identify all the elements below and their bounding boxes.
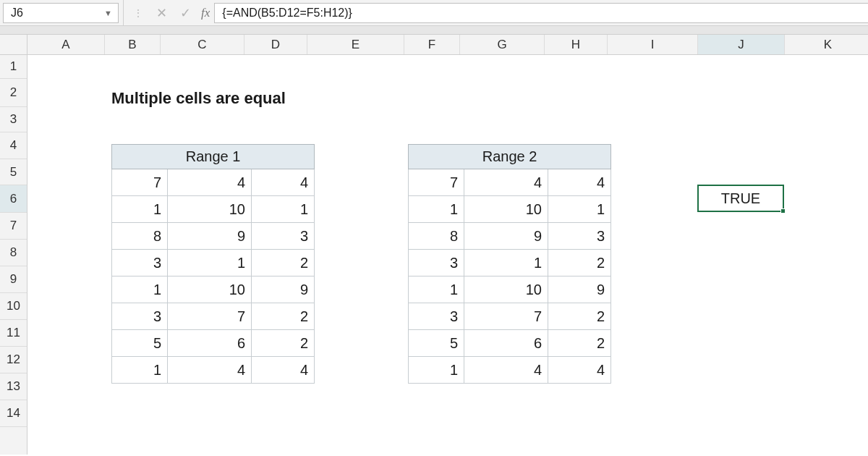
table-row: 744 bbox=[112, 169, 315, 196]
range2-cell[interactable]: 10 bbox=[464, 196, 548, 223]
range1-table: Range 1 74411018933121109372562144 bbox=[111, 144, 315, 384]
fx-icon[interactable]: fx bbox=[197, 6, 214, 20]
range1-cell[interactable]: 3 bbox=[112, 250, 168, 276]
page-title: Multiple cells are equal bbox=[111, 89, 286, 108]
range2-cell[interactable]: 1 bbox=[548, 196, 611, 223]
table-row: 1101 bbox=[112, 196, 315, 223]
range1-cell[interactable]: 6 bbox=[168, 330, 252, 357]
range2-cell[interactable]: 1 bbox=[409, 276, 464, 303]
range2-cell[interactable]: 7 bbox=[409, 169, 464, 196]
range2-cell[interactable]: 4 bbox=[464, 169, 548, 196]
range2-cell[interactable]: 7 bbox=[464, 303, 548, 330]
range1-cell[interactable]: 10 bbox=[168, 276, 252, 303]
range2-cell[interactable]: 4 bbox=[464, 357, 548, 384]
row-header-4[interactable]: 4 bbox=[0, 132, 27, 159]
content-overlay: Multiple cells are equal Range 1 7441101… bbox=[27, 55, 868, 455]
column-header-A[interactable]: A bbox=[27, 35, 105, 54]
column-header-D[interactable]: D bbox=[244, 35, 307, 54]
range1-cell[interactable]: 7 bbox=[168, 303, 252, 330]
range2-cell[interactable]: 2 bbox=[548, 330, 611, 357]
row-header-8[interactable]: 8 bbox=[0, 240, 27, 266]
column-header-K[interactable]: K bbox=[785, 35, 868, 54]
column-header-I[interactable]: I bbox=[608, 35, 698, 54]
table-row: 1101 bbox=[409, 196, 611, 223]
fill-handle[interactable] bbox=[780, 208, 786, 214]
cancel-icon[interactable]: ✕ bbox=[156, 7, 167, 20]
range1-cell[interactable]: 10 bbox=[168, 196, 252, 223]
chevron-down-icon[interactable]: ▼ bbox=[104, 9, 112, 17]
column-header-F[interactable]: F bbox=[404, 35, 460, 54]
selected-cell[interactable]: TRUE bbox=[697, 185, 784, 212]
table-row: 1109 bbox=[409, 276, 611, 303]
row-header-11[interactable]: 11 bbox=[0, 320, 27, 347]
divider bbox=[123, 0, 124, 25]
row-header-6[interactable]: 6 bbox=[0, 185, 27, 213]
range2-cell[interactable]: 3 bbox=[409, 303, 464, 330]
column-header-J[interactable]: J bbox=[698, 35, 785, 54]
range1-cell[interactable]: 9 bbox=[168, 223, 252, 250]
range1-cell[interactable]: 1 bbox=[112, 357, 168, 384]
range1-cell[interactable]: 8 bbox=[112, 223, 168, 250]
cell-reference: J6 bbox=[11, 7, 23, 20]
range2-cell[interactable]: 9 bbox=[548, 276, 611, 303]
column-header-G[interactable]: G bbox=[460, 35, 545, 54]
range2-cell[interactable]: 9 bbox=[464, 223, 548, 250]
range1-cell[interactable]: 4 bbox=[252, 357, 315, 384]
range1-cell[interactable]: 9 bbox=[252, 276, 315, 303]
range2-cell[interactable]: 8 bbox=[409, 223, 464, 250]
table-row: 372 bbox=[112, 303, 315, 330]
range1-cell[interactable]: 1 bbox=[168, 250, 252, 276]
formula-input[interactable]: {=AND(B5:D12=F5:H12)} bbox=[214, 3, 868, 23]
row-header-12[interactable]: 12 bbox=[0, 347, 27, 373]
name-box[interactable]: J6 ▼ bbox=[3, 3, 119, 23]
row-header-9[interactable]: 9 bbox=[0, 266, 27, 293]
range2-cell[interactable]: 2 bbox=[548, 250, 611, 276]
row-header-3[interactable]: 3 bbox=[0, 107, 27, 132]
column-header-H[interactable]: H bbox=[545, 35, 608, 54]
range2-cell[interactable]: 4 bbox=[548, 169, 611, 196]
range1-cell[interactable]: 2 bbox=[252, 330, 315, 357]
cells-area[interactable]: Multiple cells are equal Range 1 7441101… bbox=[27, 55, 868, 455]
column-header-E[interactable]: E bbox=[307, 35, 404, 54]
row-header-1[interactable]: 1 bbox=[0, 55, 27, 79]
range2-cell[interactable]: 1 bbox=[409, 357, 464, 384]
range1-cell[interactable]: 1 bbox=[112, 196, 168, 223]
row-header-10[interactable]: 10 bbox=[0, 293, 27, 320]
range1-cell[interactable]: 5 bbox=[112, 330, 168, 357]
range2-cell[interactable]: 4 bbox=[548, 357, 611, 384]
range1-cell[interactable]: 4 bbox=[168, 357, 252, 384]
column-header-B[interactable]: B bbox=[105, 35, 161, 54]
table-row: 1109 bbox=[112, 276, 315, 303]
range2-cell[interactable]: 1 bbox=[464, 250, 548, 276]
range1-cell[interactable]: 3 bbox=[112, 303, 168, 330]
row-header-13[interactable]: 13 bbox=[0, 373, 27, 400]
range2-cell[interactable]: 1 bbox=[409, 196, 464, 223]
range1-cell[interactable]: 4 bbox=[252, 169, 315, 196]
excel-window: J6 ▼ ⋮ ✕ ✓ fx {=AND(B5:D12=F5:H12)} ABCD… bbox=[0, 0, 868, 456]
range1-cell[interactable]: 1 bbox=[252, 196, 315, 223]
range2-cell[interactable]: 3 bbox=[409, 250, 464, 276]
range1-cell[interactable]: 2 bbox=[252, 250, 315, 276]
range2-cell[interactable]: 6 bbox=[464, 330, 548, 357]
range2-cell[interactable]: 5 bbox=[409, 330, 464, 357]
expand-icon[interactable]: ⋮ bbox=[134, 8, 143, 18]
table-row: 144 bbox=[112, 357, 315, 384]
range2-cell[interactable]: 10 bbox=[464, 276, 548, 303]
range1-cell[interactable]: 7 bbox=[112, 169, 168, 196]
range1-cell[interactable]: 3 bbox=[252, 223, 315, 250]
range1-cell[interactable]: 1 bbox=[112, 276, 168, 303]
row-header-2[interactable]: 2 bbox=[0, 79, 27, 107]
column-header-C[interactable]: C bbox=[161, 35, 244, 54]
formula-text: {=AND(B5:D12=F5:H12)} bbox=[222, 7, 352, 20]
row-headers-column: 1234567891011121314 bbox=[0, 55, 27, 455]
row-header-5[interactable]: 5 bbox=[0, 159, 27, 185]
range2-cell[interactable]: 2 bbox=[548, 303, 611, 330]
spreadsheet-grid[interactable]: ABCDEFGHIJK 1234567891011121314 Multiple… bbox=[0, 35, 868, 455]
range1-cell[interactable]: 4 bbox=[168, 169, 252, 196]
row-header-7[interactable]: 7 bbox=[0, 213, 27, 240]
range1-cell[interactable]: 2 bbox=[252, 303, 315, 330]
accept-icon[interactable]: ✓ bbox=[180, 7, 191, 20]
range2-cell[interactable]: 3 bbox=[548, 223, 611, 250]
select-all-corner[interactable] bbox=[0, 35, 27, 55]
row-header-14[interactable]: 14 bbox=[0, 400, 27, 427]
